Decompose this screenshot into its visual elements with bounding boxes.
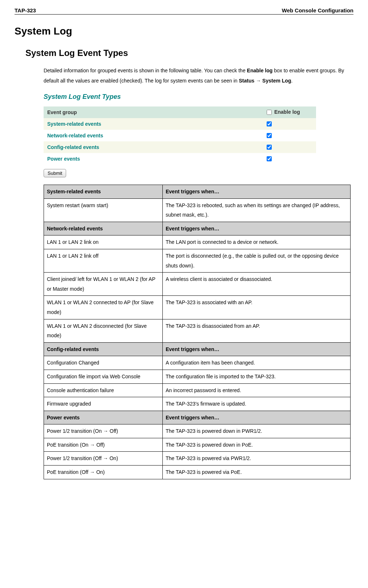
table-row: System-related events bbox=[44, 118, 316, 130]
table-row: Power 1/2 transition (Off → On) The TAP-… bbox=[44, 452, 351, 466]
table-row: Configuration Changed A configuration it… bbox=[44, 356, 351, 370]
section-header-left: System-related events bbox=[44, 185, 163, 199]
event-name-cell: Firmware upgraded bbox=[44, 397, 163, 411]
event-desc-cell: The TAP-323 is rebooted, such as when it… bbox=[163, 198, 351, 222]
section-header-right: Event triggers when… bbox=[163, 222, 351, 235]
event-group-name: Power events bbox=[47, 156, 80, 162]
event-desc-cell: The TAP-323 is powered via PoE. bbox=[163, 466, 351, 479]
enable-log-all-checkbox[interactable] bbox=[267, 110, 272, 115]
submit-button[interactable]: Submit bbox=[44, 169, 66, 177]
event-group-name: System-related events bbox=[47, 121, 101, 127]
event-desc-cell: The LAN port is connected to a device or… bbox=[163, 235, 351, 249]
intro-bold2: Status → System Log bbox=[239, 78, 291, 84]
event-desc-cell: The TAP-323’s firmware is updated. bbox=[163, 397, 351, 411]
event-name-cell: Client joined/ left for WLAN 1 or WLAN 2… bbox=[44, 273, 163, 296]
table-row: LAN 1 or LAN 2 link off The port is disc… bbox=[44, 249, 351, 272]
event-desc-cell: The TAP-323 is powered down in PWR1/2. bbox=[163, 424, 351, 438]
section-header-right: Event triggers when… bbox=[163, 411, 351, 424]
table-row: PoE transition (Off → On) The TAP-323 is… bbox=[44, 466, 351, 479]
table-row: Network-related events bbox=[44, 130, 316, 141]
event-name-cell: System restart (warm start) bbox=[44, 198, 163, 222]
table-row: Config-related events bbox=[44, 141, 316, 153]
table-row: Console authentication failure An incorr… bbox=[44, 383, 351, 397]
event-name-cell: WLAN 1 or WLAN 2 connected to AP (for Sl… bbox=[44, 296, 163, 319]
event-name-cell: LAN 1 or LAN 2 link off bbox=[44, 249, 163, 272]
event-name-cell: Power 1/2 transition (Off → On) bbox=[44, 452, 163, 466]
header-right: Web Console Configuration bbox=[282, 7, 353, 13]
event-desc-cell: The TAP-323 is powered down in PoE. bbox=[163, 438, 351, 452]
table-row: Firmware upgraded The TAP-323’s firmware… bbox=[44, 397, 351, 411]
section-header-row: Config-related events Event triggers whe… bbox=[44, 342, 351, 356]
event-name-cell: Configuration file import via Web Consol… bbox=[44, 370, 163, 383]
event-desc-cell: The TAP-323 is associated with an AP. bbox=[163, 296, 351, 319]
enable-log-checkbox[interactable] bbox=[267, 121, 272, 126]
event-desc-cell: The configuration file is imported to th… bbox=[163, 370, 351, 383]
section-header-left: Config-related events bbox=[44, 342, 163, 356]
panel-title: System Log Event Types bbox=[44, 93, 316, 101]
section-header-right: Event triggers when… bbox=[163, 185, 351, 199]
intro-bold1: Enable log bbox=[247, 68, 273, 73]
event-detail-table: System-related events Event triggers whe… bbox=[44, 185, 351, 479]
table-row: Client joined/ left for WLAN 1 or WLAN 2… bbox=[44, 273, 351, 296]
section-header-right: Event triggers when… bbox=[163, 342, 351, 356]
event-desc-cell: An incorrect password is entered. bbox=[163, 383, 351, 397]
event-groups-table: Event group Enable log System-related ev… bbox=[44, 106, 316, 165]
col-enable-log-label: Enable log bbox=[274, 109, 300, 115]
table-row: PoE transition (On → Off) The TAP-323 is… bbox=[44, 438, 351, 452]
table-header-row: Event group Enable log bbox=[44, 106, 316, 118]
event-name-cell: WLAN 1 or WLAN 2 disconnected (for Slave… bbox=[44, 319, 163, 342]
enable-log-checkbox[interactable] bbox=[267, 156, 272, 161]
enable-log-checkbox[interactable] bbox=[267, 133, 272, 138]
section-header-left: Power events bbox=[44, 411, 163, 424]
section-title: System Log Event Types bbox=[25, 48, 353, 58]
section-header-left: Network-related events bbox=[44, 222, 163, 235]
table-row: Power events bbox=[44, 153, 316, 165]
table-row: LAN 1 or LAN 2 link on The LAN port is c… bbox=[44, 235, 351, 249]
enable-log-checkbox[interactable] bbox=[267, 145, 272, 150]
event-desc-cell: A configuration item has been changed. bbox=[163, 356, 351, 370]
event-name-cell: LAN 1 or LAN 2 link on bbox=[44, 235, 163, 249]
event-desc-cell: The TAP-323 is powered via PWR1/2. bbox=[163, 452, 351, 466]
section-header-row: Network-related events Event triggers wh… bbox=[44, 222, 351, 235]
event-desc-cell: The port is disconnected (e.g., the cabl… bbox=[163, 249, 351, 272]
event-name-cell: Console authentication failure bbox=[44, 383, 163, 397]
table-row: Configuration file import via Web Consol… bbox=[44, 370, 351, 383]
col-event-group: Event group bbox=[44, 106, 262, 118]
intro-text: Detailed information for grouped events … bbox=[44, 68, 247, 73]
event-name-cell: PoE transition (On → Off) bbox=[44, 438, 163, 452]
event-name-cell: Power 1/2 transition (On → Off) bbox=[44, 424, 163, 438]
intro-paragraph: Detailed information for grouped events … bbox=[44, 65, 353, 86]
event-desc-cell: The TAP-323 is disassociated from an AP. bbox=[163, 319, 351, 342]
page-title: System Log bbox=[15, 25, 353, 37]
table-row: WLAN 1 or WLAN 2 connected to AP (for Sl… bbox=[44, 296, 351, 319]
table-row: Power 1/2 transition (On → Off) The TAP-… bbox=[44, 424, 351, 438]
section-header-row: System-related events Event triggers whe… bbox=[44, 185, 351, 199]
event-name-cell: PoE transition (Off → On) bbox=[44, 466, 163, 479]
event-name-cell: Configuration Changed bbox=[44, 356, 163, 370]
col-enable-log: Enable log bbox=[262, 106, 316, 118]
page-header: TAP-323 Web Console Configuration bbox=[15, 7, 353, 15]
table-row: System restart (warm start) The TAP-323 … bbox=[44, 198, 351, 222]
event-group-name: Network-related events bbox=[47, 133, 103, 138]
event-types-panel: System Log Event Types Event group Enabl… bbox=[44, 93, 316, 177]
intro-text3: . bbox=[291, 78, 292, 84]
section-header-row: Power events Event triggers when… bbox=[44, 411, 351, 424]
event-group-name: Config-related events bbox=[47, 144, 99, 150]
header-left: TAP-323 bbox=[15, 7, 36, 13]
table-row: WLAN 1 or WLAN 2 disconnected (for Slave… bbox=[44, 319, 351, 342]
event-desc-cell: A wireless client is associated or disas… bbox=[163, 273, 351, 296]
